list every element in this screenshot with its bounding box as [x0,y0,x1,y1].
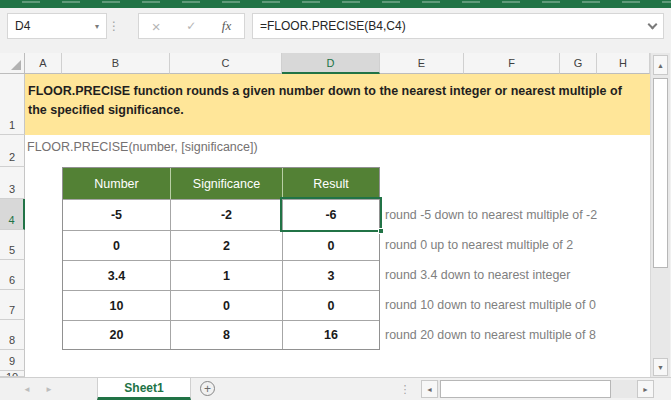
insert-function-icon[interactable]: fx [222,18,231,34]
name-box-value: D4 [15,19,30,33]
formula-bar[interactable]: =FLOOR.PRECISE(B4,C4) [252,13,664,39]
row-header-7[interactable]: 7 [0,290,25,320]
column-header-e[interactable]: E [380,53,464,74]
scroll-down-icon[interactable]: ▼ [653,358,668,376]
prev-sheet-icon[interactable]: ◄ [18,378,36,400]
scroll-left-icon[interactable]: ◄ [421,380,438,398]
cell-b8[interactable]: 20 [63,320,171,349]
row-header-2[interactable]: 2 [0,135,25,167]
separator-dots-icon: ⋮ [106,13,122,39]
row-header-9[interactable]: 9 [0,350,25,371]
cell-d8[interactable]: 16 [283,320,379,349]
horizontal-scrollbar-thumb[interactable] [440,380,611,398]
table-row: 20 8 16 [63,320,379,349]
cell-b7[interactable]: 10 [63,290,171,320]
row-header-1[interactable]: 1 [0,74,25,135]
formula-text: =FLOOR.PRECISE(B4,C4) [260,19,406,33]
column-header-g[interactable]: G [560,53,597,74]
add-sheet-button[interactable]: + [200,381,215,396]
fill-handle[interactable] [378,228,384,234]
column-header-c[interactable]: C [170,53,282,74]
column-header-b[interactable]: B [62,53,170,74]
syntax-cell[interactable]: FLOOR.PRECISE(number, [significance]) [27,140,258,154]
cell-b5[interactable]: 0 [63,230,171,260]
excel-window: D4 ▾ ⋮ × ✓ fx =FLOOR.PRECISE(B4,C4) A B … [0,0,671,400]
sheet-tab-bar: ◄ ► Sheet1 + ⋮ ◄ ► [0,377,671,400]
cell-d4-active[interactable]: -6 [283,199,379,230]
cancel-icon[interactable]: × [152,19,161,34]
column-header-a[interactable]: A [25,53,62,74]
column-header-f[interactable]: F [464,53,560,74]
column-header-h[interactable]: H [597,53,650,74]
vertical-scrollbar[interactable]: ▲ ▼ [650,53,670,377]
annotation-cell[interactable]: round 10 down to nearest multiple of 0 [385,292,653,318]
row-header-3[interactable]: 3 [0,167,25,199]
table-header-significance[interactable]: Significance [171,168,283,199]
cell-d6[interactable]: 3 [283,260,379,290]
vertical-scrollbar-thumb[interactable] [653,78,668,268]
table-row: 3.4 1 3 [63,260,379,290]
row-header-4-selected[interactable]: 4 [0,199,25,230]
row-header-6[interactable]: 6 [0,260,25,290]
select-all-button[interactable] [0,53,25,74]
tabbar-resize-handle-icon[interactable]: ⋮ [398,378,412,400]
formula-buttons: × ✓ fx [138,13,245,39]
name-box[interactable]: D4 ▾ [7,13,107,39]
table-header-row: Number Significance Result [63,168,379,199]
cell-d5[interactable]: 0 [283,230,379,260]
cell-c4[interactable]: -2 [171,199,283,230]
scroll-up-icon[interactable]: ▲ [653,55,668,75]
tab-sheet1[interactable]: Sheet1 [97,378,191,400]
confirm-icon[interactable]: ✓ [186,20,196,32]
annotation-cell[interactable]: round 0 up to nearest multiple of 2 [385,232,653,258]
select-all-icon [11,60,21,70]
cell-d7[interactable]: 0 [283,290,379,320]
ribbon-edge [0,0,671,8]
table-row: 0 2 0 [63,230,379,260]
cell-b4[interactable]: -5 [63,199,171,230]
scroll-right-icon[interactable]: ► [637,380,654,398]
horizontal-scrollbar[interactable]: ◄ ► [421,380,654,398]
cell-c8[interactable]: 8 [171,320,283,349]
row-header-8[interactable]: 8 [0,320,25,350]
table-header-number[interactable]: Number [63,168,171,199]
description-banner-cell[interactable]: FLOOR.PRECISE function rounds a given nu… [25,74,650,135]
cell-c5[interactable]: 2 [171,230,283,260]
expand-formula-bar-icon[interactable] [648,19,658,29]
table-header-result[interactable]: Result [283,168,379,199]
row-header-5[interactable]: 5 [0,230,25,260]
table-row: -5 -2 -6 [63,199,379,230]
cell-b6[interactable]: 3.4 [63,260,171,290]
annotation-cell[interactable]: round -5 down to nearest multiple of -2 [385,202,653,228]
cell-c6[interactable]: 1 [171,260,283,290]
cell-c7[interactable]: 0 [171,290,283,320]
name-box-dropdown-icon[interactable]: ▾ [95,22,99,31]
next-sheet-icon[interactable]: ► [40,378,58,400]
column-header-d-selected[interactable]: D [282,53,380,74]
annotation-cell[interactable]: round 3.4 down to nearest integer [385,262,653,288]
function-table: Number Significance Result -5 -2 -6 0 2 … [62,167,380,350]
table-row: 10 0 0 [63,290,379,320]
annotation-cell[interactable]: round 20 down to nearest multiple of 8 [385,322,653,348]
